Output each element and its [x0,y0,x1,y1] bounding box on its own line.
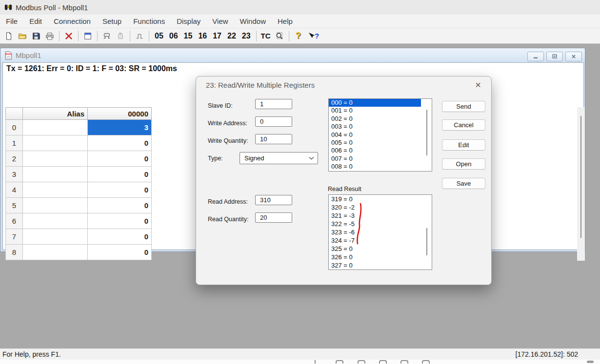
value-cell[interactable]: 0 [88,167,152,182]
slave-id-input[interactable] [255,99,292,109]
row-header[interactable]: 4 [6,182,23,198]
list-item[interactable]: 327 = 0 [329,261,421,269]
restore-button[interactable] [546,52,563,61]
list-item[interactable]: 004 = 0 [329,131,421,139]
value-cell[interactable]: 0 [88,135,152,151]
alias-cell[interactable] [23,151,88,167]
row-header[interactable]: 1 [6,135,23,151]
alias-cell[interactable] [23,167,88,182]
menu-help[interactable]: Help [272,15,299,28]
read-write-registers-dialog: 23: Read/Write Multiple Registers × Slav… [196,76,492,285]
scrollbar-thumb[interactable] [580,116,581,238]
type-select[interactable]: Signed [240,152,318,164]
row-header[interactable]: 0 [6,120,23,135]
alias-cell[interactable] [23,135,88,151]
write-address-input[interactable] [255,116,292,127]
list-item[interactable]: 003 = 0 [329,123,421,131]
read-address-input[interactable] [255,195,292,205]
function-06-button[interactable]: 06 [166,32,181,40]
list-item[interactable]: 322 = -5 [329,220,421,228]
row-header[interactable]: 3 [6,167,23,182]
dialog-close-button[interactable]: × [472,78,484,91]
list-item[interactable]: 326 = 0 [329,253,421,261]
alias-cell[interactable] [23,213,88,229]
row-header[interactable]: 2 [6,151,23,167]
menu-display[interactable]: Display [171,15,206,28]
send-button[interactable]: Send [442,101,485,112]
list-item[interactable]: 008 = 0 [329,163,421,171]
function-23-button[interactable]: 23 [239,32,254,40]
grid-header-register[interactable]: 00000 [88,108,152,120]
alias-cell[interactable] [23,120,88,135]
value-cell[interactable]: 0 [88,198,152,213]
list-item[interactable]: 324 = -7 [329,236,421,245]
value-cell-selected[interactable]: 3 [88,120,152,135]
write-registers-list[interactable]: 000 = 0 001 = 0 002 = 0 003 = 0 004 = 0 … [328,98,432,172]
row-header[interactable]: 8 [6,245,23,260]
alias-cell[interactable] [23,245,88,260]
app-icon [4,3,13,12]
scrollbar-thumb[interactable] [426,110,427,155]
new-file-button[interactable] [2,30,15,42]
read-write-definition-button[interactable] [100,30,113,42]
save-button[interactable]: Save [442,178,485,189]
row-header[interactable]: 6 [6,213,23,229]
list-item[interactable]: 320 = -2 [329,203,421,211]
alias-cell[interactable] [23,229,88,245]
list-item[interactable]: 006 = 0 [329,147,421,154]
open-file-button[interactable] [16,30,29,42]
value-cell[interactable]: 0 [88,229,152,245]
open-button[interactable]: Open [442,158,485,170]
print-button[interactable] [43,30,56,42]
alias-cell[interactable] [23,198,88,213]
read-result-list[interactable]: 319 = 0 320 = -2 321 = -3 322 = -5 323 =… [328,194,432,270]
value-cell[interactable]: 0 [88,245,152,260]
child-vertical-scrollbar[interactable] [577,107,585,261]
auto-poll-button[interactable] [114,30,127,42]
function-16-button[interactable]: 16 [195,32,210,40]
list-item[interactable]: 005 = 0 [329,139,421,147]
menu-window[interactable]: Window [234,15,272,28]
list-item[interactable]: 001 = 0 [329,107,421,115]
grid-corner-cell[interactable] [6,108,23,120]
value-cell[interactable]: 0 [88,213,152,229]
list-item[interactable]: 002 = 0 [329,115,421,123]
list-item-selected[interactable]: 000 = 0 [329,99,421,107]
test-center-view-button[interactable] [273,30,286,42]
list-item[interactable]: 325 = 0 [329,245,421,253]
read-quantity-input[interactable] [255,212,292,223]
close-child-button[interactable] [565,52,582,61]
row-header[interactable]: 5 [6,198,23,213]
alias-cell[interactable] [23,182,88,198]
edit-button[interactable]: Edit [442,139,485,151]
menu-file[interactable]: File [0,15,23,28]
write-quantity-input[interactable] [255,134,292,144]
list-item[interactable]: 319 = 0 [329,195,421,203]
row-header[interactable]: 7 [6,229,23,245]
menu-functions[interactable]: Functions [127,15,171,28]
function-15-button[interactable]: 15 [181,32,196,40]
single-poll-button[interactable] [133,30,146,42]
test-center-button[interactable]: TC [259,32,273,40]
grid-header-alias[interactable]: Alias [23,108,88,120]
list-item[interactable]: 321 = -3 [329,211,421,220]
cancel-button[interactable]: Cancel [442,119,485,131]
context-help-button[interactable]: ? [306,30,321,42]
list-item[interactable]: 007 = 0 [329,155,421,163]
menu-view[interactable]: View [206,15,234,28]
menu-setup[interactable]: Setup [97,15,127,28]
value-cell[interactable]: 0 [88,182,152,198]
cut-button[interactable] [62,30,75,42]
scrollbar-thumb[interactable] [426,228,427,255]
save-file-button[interactable] [30,30,42,42]
minimize-button[interactable] [527,52,544,61]
value-cell[interactable]: 0 [88,151,152,167]
function-17-button[interactable]: 17 [210,32,224,40]
about-help-button[interactable]: ? [292,30,305,42]
menu-connection[interactable]: Connection [48,15,97,28]
list-item[interactable]: 323 = -6 [329,228,421,236]
menu-edit[interactable]: Edit [23,15,48,28]
function-22-button[interactable]: 22 [224,32,239,40]
function-05-button[interactable]: 05 [152,32,166,40]
display-setup-button[interactable] [81,30,94,42]
